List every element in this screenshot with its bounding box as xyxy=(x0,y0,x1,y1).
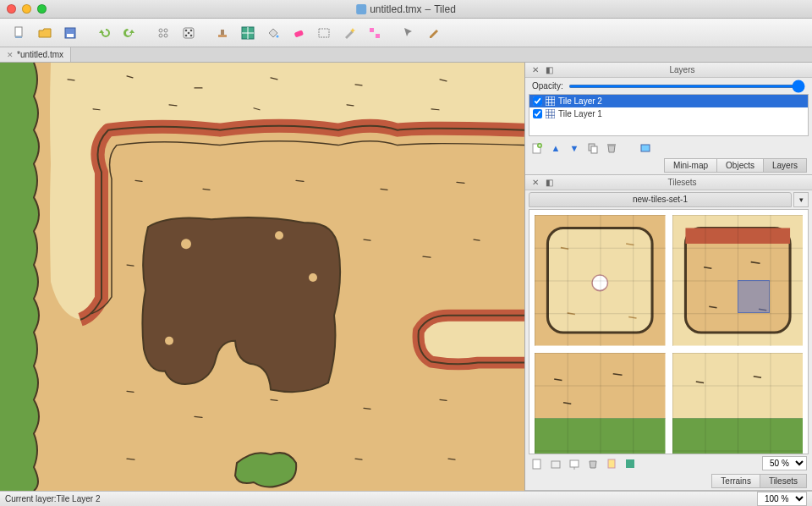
save-file-button[interactable] xyxy=(59,23,81,43)
tileset-thumb[interactable] xyxy=(535,215,666,346)
tilesets-tab[interactable]: Tilesets xyxy=(760,474,807,488)
svg-rect-20 xyxy=(370,28,374,32)
svg-point-7 xyxy=(164,34,167,37)
document-tabs: ✕ *untitled.tmx xyxy=(0,47,812,63)
svg-rect-44 xyxy=(672,353,804,418)
window-title: untitled.tmx – Tiled xyxy=(356,3,456,15)
command-button[interactable] xyxy=(152,23,174,43)
rectangle-select-button[interactable] xyxy=(313,23,335,43)
undo-button[interactable] xyxy=(93,23,115,43)
delete-tileset-button[interactable] xyxy=(586,457,600,470)
terrains-tab[interactable]: Terrains xyxy=(711,474,760,488)
detach-panel-icon[interactable]: ◧ xyxy=(544,178,554,188)
layer-down-button[interactable]: ▼ xyxy=(568,141,581,155)
layer-up-button[interactable]: ▲ xyxy=(549,141,562,155)
maximize-window-button[interactable] xyxy=(37,4,47,14)
svg-rect-29 xyxy=(546,109,555,118)
layers-panel-title: Layers xyxy=(557,65,807,74)
svg-point-38 xyxy=(592,275,608,291)
svg-point-13 xyxy=(190,34,193,36)
layers-list[interactable]: Tile Layer 2 Tile Layer 1 xyxy=(529,94,809,136)
close-window-button[interactable] xyxy=(7,4,16,14)
svg-point-4 xyxy=(159,29,162,32)
select-same-button[interactable] xyxy=(364,23,386,43)
svg-rect-28 xyxy=(546,96,555,106)
objects-select-button[interactable] xyxy=(398,23,420,43)
document-tab[interactable]: ✕ *untitled.tmx xyxy=(0,47,71,62)
random-button[interactable] xyxy=(178,23,200,43)
canvas-zoom-select[interactable]: 100 % xyxy=(757,492,807,506)
tile-layer-icon xyxy=(546,109,555,118)
svg-rect-50 xyxy=(551,461,560,468)
layer-row[interactable]: Tile Layer 1 xyxy=(529,107,808,120)
layer-visibility-checkbox[interactable] xyxy=(533,96,542,106)
show-other-layers-button[interactable] xyxy=(639,141,652,155)
document-icon xyxy=(356,4,366,14)
window-titlebar: untitled.tmx – Tiled xyxy=(0,0,812,19)
tileset-dropdown-button[interactable]: ▾ xyxy=(793,192,809,207)
layer-row[interactable]: Tile Layer 2 xyxy=(529,95,808,107)
tilesets-panel-title: Tilesets xyxy=(557,178,807,187)
map-canvas[interactable] xyxy=(0,63,524,491)
svg-rect-1 xyxy=(15,36,22,38)
export-tileset-button[interactable] xyxy=(568,457,581,470)
layers-tab[interactable]: Layers xyxy=(764,158,807,173)
eraser-tool-button[interactable] xyxy=(288,23,310,43)
duplicate-layer-button[interactable] xyxy=(586,141,600,155)
layer-name: Tile Layer 2 xyxy=(558,96,602,106)
tileset-thumb[interactable] xyxy=(535,353,666,455)
tileset-zoom-select[interactable]: 50 % xyxy=(762,456,807,470)
svg-rect-41 xyxy=(685,228,790,244)
close-tab-icon[interactable]: ✕ xyxy=(7,51,14,59)
window-title-filename: untitled.tmx xyxy=(370,3,421,15)
close-panel-icon[interactable]: ✕ xyxy=(530,65,540,75)
tilesets-panel: ✕ ◧ Tilesets new-tiles-set-1 ▾ xyxy=(525,175,812,491)
opacity-label: Opacity: xyxy=(532,81,563,91)
fill-tool-button[interactable] xyxy=(262,23,284,43)
main-toolbar xyxy=(0,19,812,47)
layer-visibility-checkbox[interactable] xyxy=(533,109,542,118)
detach-panel-icon[interactable]: ◧ xyxy=(544,65,554,75)
terrain-tool-button[interactable] xyxy=(237,23,259,43)
svg-rect-35 xyxy=(641,145,650,151)
close-panel-icon[interactable]: ✕ xyxy=(530,178,540,188)
svg-point-10 xyxy=(190,29,193,31)
tileset-properties-button[interactable] xyxy=(605,457,618,470)
new-tileset-button[interactable] xyxy=(530,457,544,470)
status-bar: Current layer: Tile Layer 2 100 % xyxy=(0,491,812,506)
new-file-button[interactable] xyxy=(8,23,30,43)
svg-point-6 xyxy=(159,34,162,37)
opacity-slider[interactable] xyxy=(568,85,805,88)
svg-rect-15 xyxy=(221,30,224,35)
right-panels: ✕ ◧ Layers Opacity: Tile Layer 2 Tile La… xyxy=(524,63,812,491)
svg-rect-19 xyxy=(319,29,329,37)
layers-panel: ✕ ◧ Layers Opacity: Tile Layer 2 Tile La… xyxy=(525,63,812,175)
svg-point-25 xyxy=(275,231,283,239)
svg-point-9 xyxy=(185,29,188,31)
svg-rect-43 xyxy=(535,418,666,454)
minimap-tab[interactable]: Mini-map xyxy=(664,158,717,173)
edit-terrain-button[interactable] xyxy=(623,457,637,470)
svg-rect-0 xyxy=(15,27,22,36)
open-file-button[interactable] xyxy=(34,23,56,43)
redo-button[interactable] xyxy=(118,23,140,43)
import-tileset-button[interactable] xyxy=(549,457,562,470)
layer-name: Tile Layer 1 xyxy=(558,109,602,118)
status-current-layer: Tile Layer 2 xyxy=(57,494,101,503)
minimize-window-button[interactable] xyxy=(22,4,31,14)
stamp-tool-button[interactable] xyxy=(211,23,233,43)
magic-wand-button[interactable] xyxy=(338,23,360,43)
new-layer-button[interactable] xyxy=(530,141,544,155)
svg-point-17 xyxy=(277,35,279,37)
svg-rect-18 xyxy=(294,30,304,37)
svg-rect-51 xyxy=(570,460,579,467)
tileset-tab[interactable]: new-tiles-set-1 xyxy=(529,192,792,207)
objects-tab[interactable]: Objects xyxy=(717,158,764,173)
tileset-thumb[interactable] xyxy=(672,215,804,346)
edit-polygon-button[interactable] xyxy=(423,23,445,43)
tileset-thumb[interactable] xyxy=(672,353,804,455)
delete-layer-button[interactable] xyxy=(605,141,618,155)
svg-rect-3 xyxy=(67,34,74,37)
svg-point-5 xyxy=(164,29,167,32)
tileset-view[interactable] xyxy=(529,209,809,454)
